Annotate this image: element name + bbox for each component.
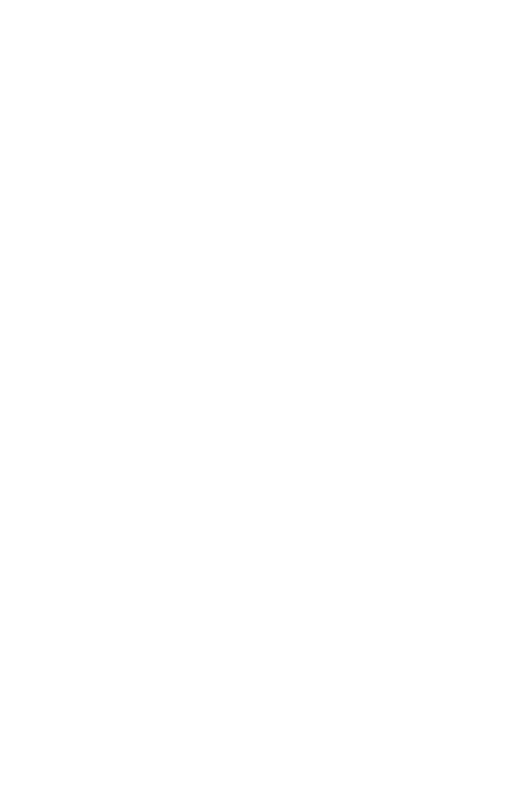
json-viewer (0, 0, 527, 34)
